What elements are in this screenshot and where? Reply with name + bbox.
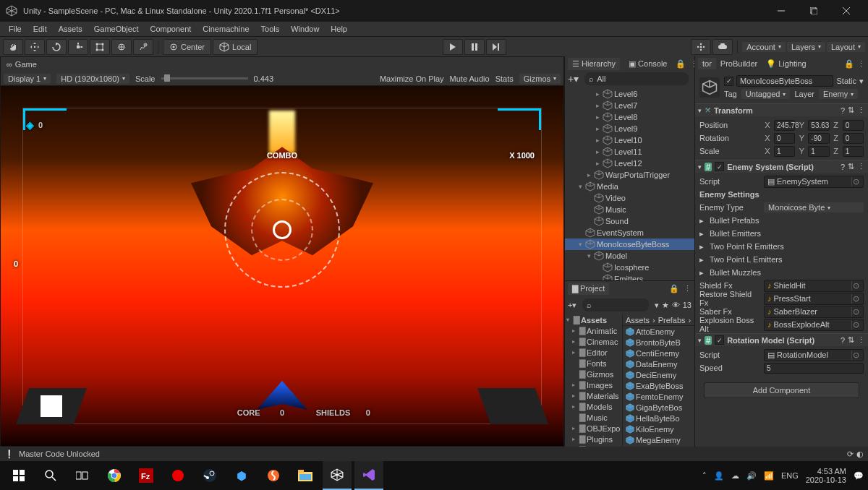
add-component-button[interactable]: Add Component — [704, 382, 859, 398]
taskbar-unity-icon[interactable] — [323, 461, 352, 490]
hierarchy-tab[interactable]: ☰Hierarchy — [568, 58, 620, 70]
hierarchy-item[interactable]: ▸WarpPortalTrigger — [565, 169, 694, 181]
taskbar-filezilla-icon[interactable]: Fz — [132, 461, 161, 490]
transform-component-header[interactable]: ▾ ⤧ Transform ? ⇅ ⋮ — [695, 103, 868, 116]
menu-gameobject[interactable]: GameObject — [88, 23, 145, 35]
fx-field[interactable]: ♪ShieldHit⊙ — [764, 280, 864, 292]
menu-assets[interactable]: Assets — [53, 23, 88, 35]
gizmos-dropdown[interactable]: Gizmos — [519, 74, 561, 84]
menu-help[interactable]: Help — [325, 23, 353, 35]
folder-item[interactable]: ▸▇Models — [565, 401, 622, 412]
help-icon[interactable]: ? — [841, 163, 845, 171]
tray-chevron-icon[interactable]: ˄ — [702, 471, 707, 481]
minimize-button[interactable] — [765, 0, 797, 22]
project-search[interactable]: ⌕ — [582, 298, 648, 311]
rot-z-field[interactable]: 0 — [843, 133, 864, 144]
transform-tool-button[interactable] — [111, 39, 132, 55]
tray-cloud-icon[interactable]: ☁ — [731, 471, 739, 481]
game-tab[interactable]: ∞ Game — [1, 57, 43, 72]
hierarchy-item[interactable]: ▾Media — [565, 181, 694, 192]
prefab-item[interactable]: BrontoByteB — [623, 337, 694, 348]
layout-dropdown[interactable]: Layout — [827, 42, 865, 52]
fx-field[interactable]: ♪SaberBlazer⊙ — [764, 306, 864, 318]
tray-people-icon[interactable]: 👤 — [714, 471, 724, 481]
folder-item[interactable]: ▸▇Cinemac — [565, 336, 622, 347]
play-button[interactable] — [443, 39, 463, 55]
preset-icon[interactable]: ⇅ — [848, 162, 854, 171]
foldout-row[interactable]: ▸Two Point L Emitters — [699, 253, 864, 266]
taskbar-record-icon[interactable] — [163, 461, 192, 490]
collab-button[interactable] — [691, 39, 711, 55]
custom-tool-button[interactable] — [133, 39, 153, 55]
hierarchy-tree[interactable]: ▸Level6▸Level7▸Level8▸Level9▸Level10▸Lev… — [565, 87, 694, 280]
lock-icon[interactable]: 🔒 — [676, 59, 686, 69]
scl-z-field[interactable]: 1 — [843, 146, 864, 157]
hand-tool-button[interactable] — [3, 39, 23, 55]
hierarchy-item[interactable]: ▸Level12 — [565, 158, 694, 169]
folder-item[interactable]: ▇Fonts — [565, 358, 622, 369]
search-button[interactable] — [36, 461, 65, 490]
rotate-tool-button[interactable] — [46, 39, 67, 55]
create-dropdown[interactable]: +▾ — [568, 301, 576, 310]
menu-component[interactable]: Component — [144, 23, 197, 35]
scale-slider[interactable] — [161, 77, 248, 79]
maximize-on-play-toggle[interactable]: Maximize On Play — [380, 74, 444, 83]
hierarchy-item[interactable]: ▾MonoIcoseByteBoss — [565, 238, 694, 250]
help-icon[interactable]: ? — [841, 336, 845, 345]
start-button[interactable] — [4, 461, 33, 490]
gameobject-active-checkbox[interactable]: ✓ — [724, 77, 733, 86]
tray-clock[interactable]: 4:53 AM 2020-10-13 — [806, 467, 846, 484]
game-view[interactable]: ◈ 0 COMBO X 1000 0 CORE 0 SHIELDS 0 — [1, 86, 563, 446]
pos-z-field[interactable]: 0 — [843, 120, 864, 131]
tray-notifications-icon[interactable]: 💬 — [854, 471, 864, 481]
console-tab[interactable]: ▣Console — [624, 58, 671, 70]
pause-button[interactable] — [464, 39, 485, 55]
kebab-icon[interactable]: ⋮ — [857, 335, 865, 345]
visibility-icon[interactable]: 👁 — [672, 301, 680, 309]
project-folder-tree[interactable]: ▾▇Assets▸▇Animatic▸▇Cinemac▸▇Editor▇Font… — [565, 314, 623, 447]
layer-dropdown[interactable]: Enemy — [819, 89, 858, 99]
preset-icon[interactable]: ⇅ — [848, 335, 854, 345]
folder-item[interactable]: ▸▇Animatic — [565, 325, 622, 336]
hierarchy-item[interactable]: ▸Level10 — [565, 134, 694, 146]
step-button[interactable] — [486, 39, 506, 55]
rotation-model-component-header[interactable]: ▾ # ✓ Rotation Model (Script) ? ⇅ ⋮ — [695, 333, 868, 346]
favorites-icon[interactable]: ★ — [662, 301, 669, 310]
kebab-icon[interactable]: ⋮ — [684, 284, 692, 293]
scl-y-field[interactable]: 1 — [808, 146, 829, 157]
taskbar-origin-icon[interactable] — [259, 461, 288, 490]
cloud-button[interactable] — [712, 39, 733, 55]
project-asset-list[interactable]: Assets › Prefabs › AttoEnemyBrontoByteBC… — [623, 314, 694, 447]
project-tab[interactable]: ▇Project — [568, 283, 609, 295]
foldout-row[interactable]: ▸Bullet Emitters — [699, 227, 864, 240]
scl-x-field[interactable]: 1 — [774, 146, 795, 157]
taskbar-steam-icon[interactable] — [195, 461, 224, 490]
folder-item[interactable]: ▇Music — [565, 412, 622, 423]
hierarchy-item[interactable]: Icosphere — [565, 262, 694, 273]
probuilder-tab[interactable]: ProBuilder — [716, 58, 762, 69]
prefab-item[interactable]: KiloEnemy — [623, 424, 694, 434]
tag-dropdown[interactable]: Untagged — [741, 89, 791, 99]
hierarchy-item[interactable]: Video — [565, 192, 694, 204]
mute-audio-toggle[interactable]: Mute Audio — [450, 74, 490, 83]
hierarchy-item[interactable]: Emitters — [565, 273, 694, 280]
space-toggle-button[interactable]: Local — [213, 39, 258, 55]
hierarchy-item[interactable]: ▸Level9 — [565, 123, 694, 134]
help-icon[interactable]: ? — [841, 106, 845, 115]
task-view-button[interactable] — [68, 461, 97, 490]
status-icon[interactable]: ⟳ — [847, 450, 854, 459]
inspector-tab[interactable]: tor — [698, 58, 716, 69]
hierarchy-item[interactable]: ▸Level8 — [565, 111, 694, 123]
account-dropdown[interactable]: Account — [742, 42, 786, 52]
fx-field[interactable]: ♪BossExplodeAlt⊙ — [764, 319, 864, 331]
folder-item[interactable]: ▸▇OBJExpo — [565, 423, 622, 434]
tray-volume-icon[interactable]: 🔊 — [746, 471, 757, 481]
taskbar-explorer-icon[interactable] — [291, 461, 320, 490]
rot-y-field[interactable]: -90 — [808, 133, 829, 144]
hierarchy-item[interactable]: Music — [565, 204, 694, 215]
folder-item[interactable]: ▾▇Assets — [565, 314, 622, 325]
folder-item[interactable]: ▇Gizmos — [565, 369, 622, 379]
pos-y-field[interactable]: 53.63 — [808, 120, 829, 131]
kebab-icon[interactable]: ⋮ — [857, 162, 865, 171]
enemy-system-component-header[interactable]: ▾ # ✓ Enemy System (Script) ? ⇅ ⋮ — [695, 160, 868, 173]
